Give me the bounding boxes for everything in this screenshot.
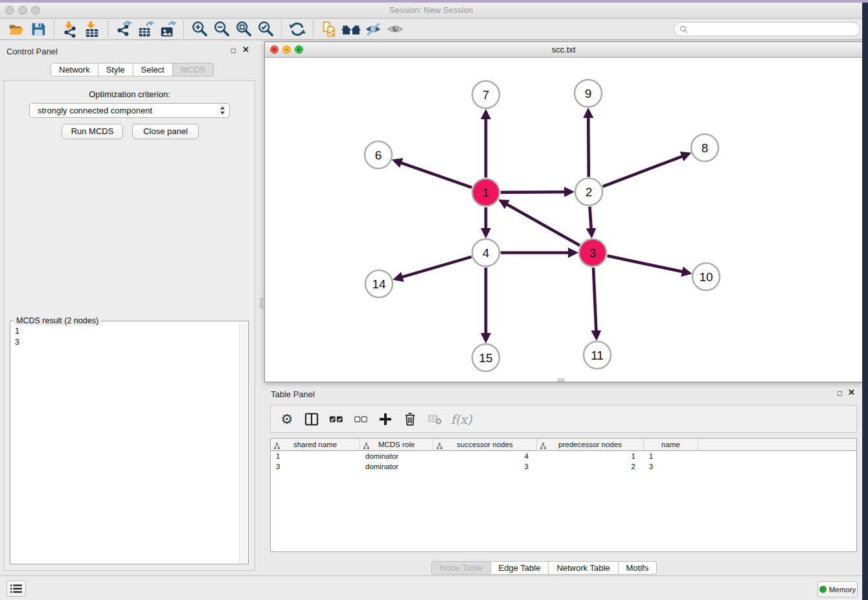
table-row[interactable]: 3dominator323 bbox=[271, 461, 856, 472]
column-function-icon bbox=[363, 441, 370, 448]
graph-node-9[interactable]: 9 bbox=[575, 80, 602, 107]
graph-edge-1-6[interactable] bbox=[400, 163, 472, 188]
graph-edge-3-1[interactable] bbox=[506, 204, 580, 246]
export-network-icon[interactable] bbox=[113, 19, 135, 39]
column-header-predecessor-nodes[interactable]: predecessor nodes bbox=[537, 439, 644, 451]
tab-motifs[interactable]: Motifs bbox=[619, 561, 657, 575]
graph-svg[interactable]: 7968124314101511 bbox=[265, 58, 862, 382]
table-cell[interactable]: 1 bbox=[537, 451, 644, 461]
graph-node-7[interactable]: 7 bbox=[472, 81, 499, 108]
close-panel-button[interactable]: Close panel bbox=[132, 124, 199, 139]
tab-network[interactable]: Network bbox=[51, 63, 98, 76]
optimization-criterion-select[interactable]: strongly connected component bbox=[29, 103, 230, 118]
control-panel: Control Panel □ ✕ NetworkStyleSelectMCDS… bbox=[0, 40, 259, 575]
table-row[interactable]: 1dominator411 bbox=[271, 451, 856, 461]
network-window-titlebar[interactable]: ✕ – + scc.txt bbox=[265, 42, 862, 58]
network-file-icon[interactable] bbox=[318, 19, 340, 39]
table-cell[interactable]: 1 bbox=[644, 451, 698, 461]
graph-edge-3-10[interactable] bbox=[608, 256, 683, 272]
toolbar-separator bbox=[281, 21, 282, 38]
zoom-in-icon[interactable] bbox=[188, 19, 211, 39]
graph-node-2[interactable]: 2 bbox=[575, 178, 602, 205]
table-cell[interactable]: 3 bbox=[271, 461, 360, 472]
float-table-panel-icon[interactable]: □ bbox=[838, 389, 842, 397]
graph-node-15[interactable]: 15 bbox=[472, 344, 499, 371]
network-canvas[interactable]: 7968124314101511 bbox=[265, 58, 862, 384]
task-history-button[interactable] bbox=[6, 581, 26, 597]
column-header-shared-name[interactable]: shared name bbox=[271, 439, 360, 451]
float-panel-icon[interactable]: □ bbox=[231, 47, 236, 54]
column-function-icon bbox=[540, 441, 547, 448]
zoom-out-icon[interactable] bbox=[211, 19, 233, 39]
gear-icon[interactable]: ⚙ bbox=[279, 410, 295, 429]
close-table-panel-icon[interactable]: ✕ bbox=[848, 389, 855, 397]
unselect-all-icon[interactable] bbox=[352, 410, 369, 429]
mcds-panel: Optimization criterion: strongly connect… bbox=[4, 80, 255, 571]
export-table-icon[interactable] bbox=[135, 19, 157, 39]
tab-edge-table[interactable]: Edge Table bbox=[491, 561, 549, 575]
graph-edge-1-2[interactable] bbox=[501, 192, 565, 192]
home-network-icon[interactable] bbox=[340, 19, 362, 39]
close-panel-icon[interactable]: ✕ bbox=[242, 46, 249, 54]
toolbar-separator bbox=[54, 21, 54, 38]
column-browser-icon[interactable] bbox=[303, 410, 320, 429]
import-table-icon[interactable] bbox=[81, 19, 103, 39]
splitter-grip[interactable] bbox=[260, 298, 263, 308]
graph-edge-2-8[interactable] bbox=[603, 156, 683, 187]
result-scrollbar[interactable] bbox=[239, 323, 247, 563]
memory-button[interactable]: Memory bbox=[817, 581, 858, 597]
column-header-successor-nodes[interactable]: successor nodes bbox=[433, 439, 537, 451]
svg-text:3: 3 bbox=[589, 246, 597, 260]
table-cell[interactable]: dominator bbox=[360, 461, 433, 472]
panel-splitter[interactable] bbox=[259, 40, 264, 575]
toolbar-separator bbox=[313, 21, 314, 38]
graph-edge-4-14[interactable] bbox=[402, 257, 472, 277]
memory-status-icon bbox=[819, 586, 827, 593]
delete-column-icon[interactable] bbox=[402, 410, 418, 429]
table-cell[interactable]: 1 bbox=[271, 451, 360, 461]
table-cell[interactable]: 3 bbox=[644, 461, 698, 472]
graph-edge-2-9[interactable] bbox=[588, 117, 589, 177]
window-resize-handle[interactable] bbox=[558, 378, 564, 382]
graph-node-3[interactable]: 3 bbox=[579, 239, 606, 266]
show-eye-icon[interactable] bbox=[384, 19, 406, 39]
tab-network-table[interactable]: Network Table bbox=[549, 561, 618, 575]
desktop-top-edge bbox=[0, 0, 868, 3]
graph-node-11[interactable]: 11 bbox=[584, 341, 611, 369]
graph-node-10[interactable]: 10 bbox=[692, 263, 720, 290]
table-cell[interactable]: 2 bbox=[537, 461, 644, 472]
search-input[interactable] bbox=[691, 25, 854, 34]
svg-text:1: 1 bbox=[483, 186, 490, 200]
zoom-selected-icon[interactable] bbox=[255, 19, 277, 39]
tab-select[interactable]: Select bbox=[133, 63, 173, 76]
column-header-name[interactable]: name bbox=[644, 439, 698, 451]
import-network-icon[interactable] bbox=[59, 19, 81, 39]
open-folder-icon[interactable] bbox=[5, 19, 27, 39]
tab-style[interactable]: Style bbox=[98, 63, 133, 76]
table-cell[interactable]: 3 bbox=[433, 461, 537, 472]
select-all-icon[interactable] bbox=[328, 410, 345, 429]
zoom-fit-icon[interactable] bbox=[233, 19, 255, 39]
refresh-icon[interactable] bbox=[286, 19, 308, 39]
svg-text:4: 4 bbox=[483, 246, 490, 260]
column-function-icon bbox=[436, 441, 443, 448]
save-icon[interactable] bbox=[27, 19, 49, 39]
graph-edge-2-3[interactable] bbox=[590, 207, 591, 229]
graph-node-4[interactable]: 4 bbox=[472, 239, 499, 266]
hide-eye-icon[interactable] bbox=[362, 19, 384, 39]
run-mcds-button[interactable]: Run MCDS bbox=[62, 124, 123, 139]
svg-text:9: 9 bbox=[585, 87, 592, 100]
graph-node-14[interactable]: 14 bbox=[365, 270, 393, 297]
tab-mcds[interactable]: MCDS bbox=[173, 63, 214, 76]
add-column-icon[interactable] bbox=[377, 410, 394, 429]
graph-node-1[interactable]: 1 bbox=[472, 179, 499, 206]
network-window: ✕ – + scc.txt 7968124314101511 bbox=[264, 41, 863, 382]
tab-node-table[interactable]: Node Table bbox=[431, 561, 491, 575]
graph-node-6[interactable]: 6 bbox=[365, 141, 392, 168]
export-image-icon[interactable] bbox=[157, 19, 179, 39]
graph-edge-3-11[interactable] bbox=[593, 268, 596, 332]
graph-node-8[interactable]: 8 bbox=[691, 134, 718, 161]
table-cell[interactable]: dominator bbox=[360, 451, 433, 461]
column-header-mcds-role[interactable]: MCDS role bbox=[360, 439, 433, 451]
table-cell[interactable]: 4 bbox=[433, 451, 537, 461]
